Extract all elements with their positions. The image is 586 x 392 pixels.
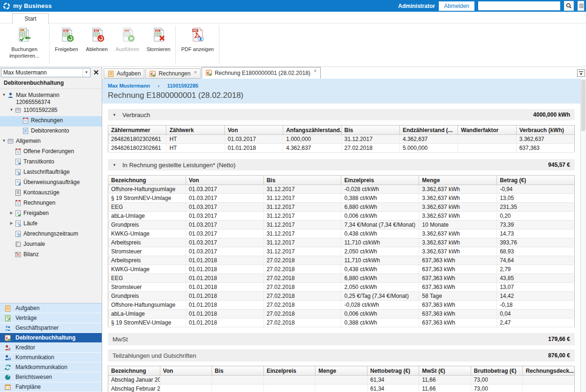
table-row[interactable]: Grundpreis01.01.201827.02.20180,25 €/Tag…: [108, 292, 575, 301]
tree-item-rechnungen[interactable]: INVRechnungen: [0, 116, 102, 126]
section-verbrauch[interactable]: ▼ Verbrauch 4000,000 kWh: [108, 109, 575, 120]
column-header[interactable]: Zählwerk: [166, 126, 225, 135]
column-header[interactable]: Einzelpreis: [341, 176, 419, 185]
tree-item-überweisungsaufträge[interactable]: Überweisungsaufträge: [0, 178, 102, 188]
column-header[interactable]: Von: [225, 126, 283, 135]
expander-open-icon[interactable]: ▼: [1, 137, 7, 143]
column-header[interactable]: Menge: [419, 176, 497, 185]
module-fahrpläne[interactable]: Fahrpläne: [0, 382, 102, 392]
column-header[interactable]: MwSt (€): [419, 366, 471, 376]
module-geschäftspartner[interactable]: Geschäftspartner: [0, 323, 102, 333]
table-row[interactable]: Grundpreis01.03.201731.12.20177,34 €/Mon…: [108, 221, 575, 229]
column-header[interactable]: Bis: [212, 366, 264, 376]
column-header[interactable]: Bezeichnung: [108, 366, 160, 376]
column-header[interactable]: Anfangszählerstand...: [283, 126, 341, 135]
module-debitorenbuchhaltung[interactable]: €Debitorenbuchhaltung: [0, 333, 102, 343]
release-button[interactable]: INVFreigeben: [51, 24, 82, 66]
tree-item-offene-forderungen[interactable]: INVOffene Forderungen: [0, 147, 102, 157]
context-selector[interactable]: Max Mustermann ▼: [1, 68, 90, 77]
cancel-button[interactable]: INVStornieren: [143, 24, 174, 66]
panel-close-icon[interactable]: ✕: [91, 68, 101, 77]
column-header[interactable]: Bis: [341, 126, 399, 135]
table-row[interactable]: Offshore-Haftungsumlage01.01.201827.02.2…: [108, 301, 575, 310]
tree-item-bilanz[interactable]: Bilanz: [0, 250, 102, 260]
import-bookings-button[interactable]: Buchungen importieren...: [1, 24, 48, 66]
expander-closed-icon[interactable]: ▶: [8, 220, 15, 225]
table-row[interactable]: Abschlag Januar 201861,3411,6673,00: [108, 376, 575, 385]
table-row[interactable]: § 19 StromNEV-Umlage01.03.201731.12.2017…: [108, 194, 575, 203]
module-berichtswesen[interactable]: Berichtswesen: [0, 372, 102, 382]
show-pdf-button[interactable]: PDFPDF anzeigen: [177, 24, 218, 66]
chevron-down-icon[interactable]: ▼: [83, 68, 90, 77]
vertical-scrollbar[interactable]: [580, 79, 586, 392]
table-row[interactable]: Stromsteuer01.01.201827.02.20182,050 ct/…: [108, 283, 575, 292]
expander-open-icon[interactable]: ▼: [8, 106, 15, 112]
column-header[interactable]: Betrag (€): [497, 176, 575, 185]
module-kommunikation[interactable]: Kommunikation: [0, 353, 102, 362]
module-verträge[interactable]: Verträge: [0, 313, 102, 323]
section-leistungen[interactable]: ▼ In Rechnung gestellte Leistungen* (Net…: [108, 159, 575, 170]
table-row[interactable]: abLa-Umlage01.01.201827.02.20180,006 ct/…: [108, 310, 575, 318]
table-row[interactable]: Stromsteuer01.03.201731.12.20172,050 ct/…: [108, 247, 575, 256]
table-row[interactable]: Offshore-Haftungsumlage01.03.201731.12.2…: [108, 185, 575, 194]
collapse-triangle-icon[interactable]: ▼: [113, 113, 116, 117]
advanced-search-button[interactable]: [578, 1, 584, 11]
column-header[interactable]: Bruttobetrag (€): [471, 366, 523, 376]
table-row[interactable]: abLa-Umlage01.03.201731.12.20170,006 ct/…: [108, 212, 575, 221]
column-header[interactable]: Zählernummer: [108, 126, 166, 135]
tab-aufgaben[interactable]: Aufgaben: [104, 68, 144, 79]
column-header[interactable]: Endzählerstand (...: [399, 126, 458, 135]
tab-list-dropdown-button[interactable]: [577, 69, 585, 77]
breadcrumb-contract[interactable]: 11001592285: [167, 83, 198, 89]
tree-item-freigaben[interactable]: ▶Freigaben: [0, 209, 102, 219]
search-button[interactable]: [564, 1, 574, 11]
table-row[interactable]: § 19 StromNEV-Umlage01.01.201827.02.2018…: [108, 318, 575, 327]
table-row[interactable]: Abschlag Februar 201861,3411,6673,00: [108, 385, 575, 392]
column-header[interactable]: Menge: [316, 366, 368, 376]
module-marktkommunikation[interactable]: Marktkommunikation: [0, 362, 102, 372]
table-row[interactable]: Arbeitspreis01.01.201827.02.201811,710 c…: [108, 256, 575, 265]
tab-rechnung-detail[interactable]: €Rechnung E1800000001 (28.02.2018)×: [202, 67, 321, 79]
tree-item-transitkonto[interactable]: Transitkonto: [0, 157, 102, 168]
tree-item-max-mustermann[interactable]: ▼Max Mustermann 12065556374: [0, 91, 102, 106]
tree-item-läufe[interactable]: ▶↻Läufe: [0, 219, 102, 229]
tree-item-11001592285[interactable]: ▼12311001592285: [0, 106, 102, 116]
column-header[interactable]: Wandlerfaktor: [458, 126, 516, 135]
tab-close-icon[interactable]: ×: [314, 67, 316, 74]
tab-rechnungen[interactable]: €Rechnungen×: [145, 68, 201, 79]
tree-item-kontoauszüge[interactable]: Kontoauszüge: [0, 188, 102, 199]
column-header[interactable]: Verbrauch (kWh): [516, 126, 574, 135]
table-row[interactable]: EEG01.01.201827.02.20186,880 ct/kWh637,3…: [108, 274, 575, 283]
table-row[interactable]: 2648261802302661HT01.01.20184.362,63727.…: [108, 144, 575, 153]
tab-close-icon[interactable]: ×: [194, 69, 196, 75]
table-row[interactable]: Arbeitspreis01.03.201731.12.201711,710 c…: [108, 238, 575, 247]
module-kreditor[interactable]: €Kreditor: [0, 343, 102, 353]
expander-closed-icon[interactable]: ▶: [8, 209, 15, 215]
column-header[interactable]: Einzelpreis: [263, 366, 316, 376]
ribbon-tab-start[interactable]: Start: [12, 13, 49, 24]
tree-item-abrechnungszeitraum[interactable]: Abrechnungszeitraum: [0, 229, 102, 240]
column-header[interactable]: Bis: [263, 176, 341, 185]
table-row[interactable]: KWKG-Umlage01.03.201731.12.20170,438 ct/…: [108, 229, 575, 238]
table-row[interactable]: KWKG-Umlage01.01.201827.02.20180,438 ct/…: [108, 265, 575, 274]
breadcrumb-customer[interactable]: Max Mustermann: [108, 83, 150, 89]
table-row[interactable]: 2648261802302661HT01.03.20171.000,00031.…: [108, 135, 575, 144]
module-aufgaben[interactable]: Aufgaben: [0, 303, 102, 313]
collapse-triangle-icon[interactable]: ▼: [113, 163, 116, 167]
expander-open-icon[interactable]: ▼: [1, 91, 7, 97]
tree-item-allgemein[interactable]: ▼123Allgemein: [0, 137, 102, 147]
column-header[interactable]: Nettobetrag (€): [367, 366, 419, 376]
tree-item-rechnungen[interactable]: INVRechnungen: [0, 199, 102, 209]
column-header[interactable]: Rechnungsdeck...: [523, 366, 575, 376]
column-header[interactable]: Bezeichnung: [108, 176, 186, 185]
column-header[interactable]: Von: [160, 366, 212, 376]
global-search-input[interactable]: [478, 1, 560, 10]
scrollbar-thumb[interactable]: [581, 80, 586, 131]
tree-item-journale[interactable]: Journale: [0, 240, 102, 250]
reject-button[interactable]: INVAblehnen: [82, 24, 112, 66]
tree-item-lastschriftaufträge[interactable]: 8:Lastschriftaufträge: [0, 168, 102, 178]
execute-button[interactable]: Ausführen: [112, 24, 143, 66]
tree-item-debitorenkonto[interactable]: Debitorenkonto: [0, 126, 102, 137]
column-header[interactable]: Von: [186, 176, 263, 185]
table-row[interactable]: EEG01.03.201731.12.20176,880 ct/kWh3.362…: [108, 203, 575, 212]
